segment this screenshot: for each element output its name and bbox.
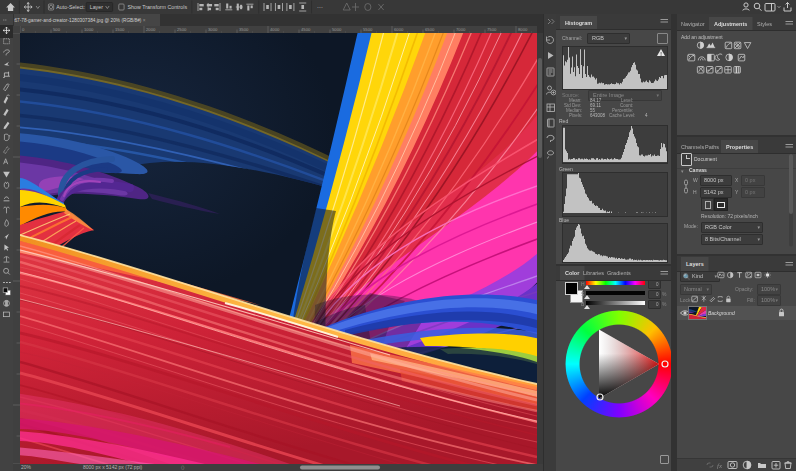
svg-text:6000: 6000 bbox=[394, 27, 404, 32]
svg-text:7500: 7500 bbox=[487, 27, 497, 32]
svg-text:4000: 4000 bbox=[270, 27, 280, 32]
svg-text:Layer: Layer bbox=[90, 4, 103, 10]
svg-text:Auto-Select:: Auto-Select: bbox=[56, 4, 85, 10]
svg-text:8000: 8000 bbox=[518, 27, 528, 32]
svg-text:6500: 6500 bbox=[425, 27, 435, 32]
svg-text:fx: fx bbox=[717, 462, 723, 470]
svg-text:⋯: ⋯ bbox=[317, 4, 324, 11]
svg-text:0: 0 bbox=[22, 27, 25, 32]
svg-text:5000: 5000 bbox=[332, 27, 342, 32]
svg-text:2000: 2000 bbox=[146, 27, 156, 32]
svg-text:1500: 1500 bbox=[115, 27, 125, 32]
svg-text:Show Transform Controls: Show Transform Controls bbox=[128, 4, 188, 10]
svg-text:7000: 7000 bbox=[456, 27, 466, 32]
svg-text:3500: 3500 bbox=[239, 27, 249, 32]
svg-text:5500: 5500 bbox=[363, 27, 373, 32]
svg-text:2500: 2500 bbox=[177, 27, 187, 32]
svg-text:1000: 1000 bbox=[84, 27, 94, 32]
svg-text:500: 500 bbox=[53, 27, 61, 32]
svg-text:3000: 3000 bbox=[208, 27, 218, 32]
svg-text:4500: 4500 bbox=[301, 27, 311, 32]
